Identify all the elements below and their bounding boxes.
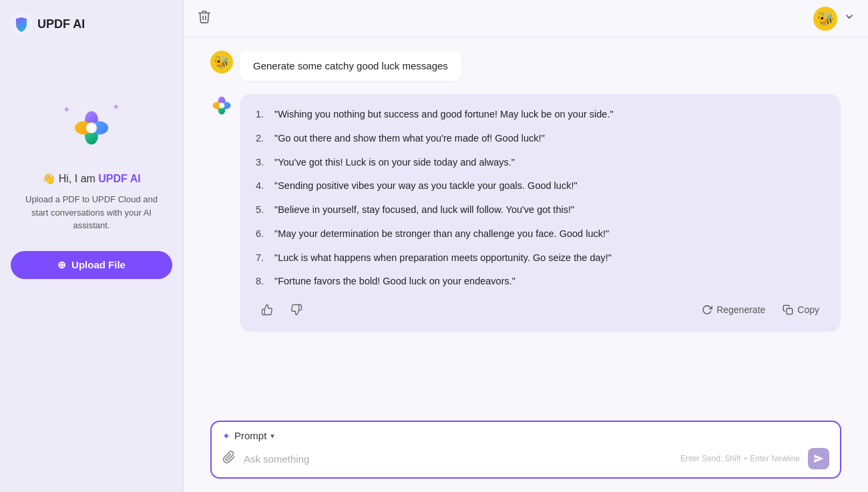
regenerate-button[interactable]: Regenerate bbox=[696, 302, 771, 318]
ai-actions: Regenerate Copy bbox=[256, 301, 825, 318]
flower-icon bbox=[74, 111, 109, 153]
regenerate-label: Regenerate bbox=[716, 304, 765, 315]
sidebar: UPDF AI ✦ ✦ bbox=[0, 0, 184, 492]
topbar-right: 🐝 bbox=[813, 7, 855, 31]
chat-area: 🐝 Generate some catchy good luck message… bbox=[184, 37, 868, 410]
chevron-down-icon[interactable] bbox=[844, 11, 855, 25]
ai-response-list: 1."Wishing you nothing but success and g… bbox=[256, 107, 825, 289]
ai-response-item: 3."You've got this! Luck is on your side… bbox=[256, 156, 825, 170]
delete-chat-button[interactable] bbox=[197, 9, 212, 27]
svg-point-5 bbox=[86, 123, 97, 134]
input-area: ✦ Prompt ▾ Enter Send; Shift + Enter New… bbox=[184, 410, 868, 492]
input-container: ✦ Prompt ▾ Enter Send; Shift + Enter New… bbox=[210, 421, 841, 479]
main-content: 🐝 🐝 Generate some catchy good luck messa… bbox=[184, 0, 868, 492]
user-avatar-bee: 🐝 bbox=[210, 51, 233, 73]
prompt-dropdown-icon[interactable]: ▾ bbox=[270, 431, 274, 441]
input-row: Enter Send; Shift + Enter Newline bbox=[222, 448, 829, 469]
ai-avatar-icon bbox=[210, 94, 233, 117]
prompt-header: ✦ Prompt ▾ bbox=[222, 430, 829, 441]
ai-bubble: 1."Wishing you nothing but success and g… bbox=[240, 94, 841, 332]
send-button[interactable] bbox=[808, 448, 829, 469]
topbar-left bbox=[197, 9, 212, 27]
sidebar-description: Upload a PDF to UPDF Cloud and start con… bbox=[11, 193, 172, 232]
ai-response-item: 8."Fortune favors the bold! Good luck on… bbox=[256, 274, 825, 289]
user-message-text: Generate some catchy good luck messages bbox=[253, 60, 448, 71]
ai-message: 1."Wishing you nothing but success and g… bbox=[210, 94, 841, 332]
sidebar-center: ✦ ✦ bbox=[11, 101, 172, 279]
user-avatar[interactable]: 🐝 bbox=[813, 7, 837, 31]
copy-button[interactable]: Copy bbox=[777, 302, 825, 318]
attach-icon[interactable] bbox=[222, 451, 236, 467]
ai-flower-container: ✦ ✦ bbox=[61, 101, 122, 162]
sparkle-top-left-icon: ✦ bbox=[63, 104, 71, 115]
sparkle-top-right-icon: ✦ bbox=[112, 101, 120, 112]
ai-response-item: 4."Sending positive vibes your way as yo… bbox=[256, 179, 825, 194]
thumbs-down-button[interactable] bbox=[285, 301, 308, 318]
input-hint: Enter Send; Shift + Enter Newline bbox=[680, 454, 800, 463]
greeting-prefix: Hi, I am bbox=[59, 173, 99, 184]
prompt-sparkle-icon: ✦ bbox=[222, 431, 230, 441]
logo-text: UPDF AI bbox=[37, 17, 85, 31]
user-bubble: Generate some catchy good luck messages bbox=[240, 51, 461, 81]
greeting-wave: 👋 bbox=[42, 173, 55, 184]
svg-point-10 bbox=[219, 103, 225, 109]
prompt-label: Prompt bbox=[234, 430, 266, 441]
greeting-text: 👋 Hi, I am UPDF AI bbox=[42, 172, 140, 185]
upload-label: Upload File bbox=[71, 259, 126, 270]
ask-input[interactable] bbox=[244, 453, 672, 465]
copy-label: Copy bbox=[797, 304, 819, 315]
thumbs-up-button[interactable] bbox=[256, 301, 278, 318]
sidebar-logo: UPDF AI bbox=[11, 13, 85, 35]
ai-response-item: 6."May your determination be stronger th… bbox=[256, 227, 825, 242]
ai-response-item: 1."Wishing you nothing but success and g… bbox=[256, 107, 825, 122]
topbar: 🐝 bbox=[184, 0, 868, 37]
updf-logo-icon bbox=[11, 13, 32, 35]
upload-icon: ⊕ bbox=[57, 259, 66, 271]
ai-response-item: 2."Go out there and show them what you'r… bbox=[256, 132, 825, 146]
svg-rect-11 bbox=[787, 308, 793, 314]
ai-response-item: 7."Luck is what happens when preparation… bbox=[256, 251, 825, 266]
upload-file-button[interactable]: ⊕ Upload File bbox=[11, 251, 172, 279]
greeting-brand: UPDF AI bbox=[98, 173, 140, 184]
ai-response-item: 5."Believe in yourself, stay focused, an… bbox=[256, 203, 825, 218]
user-message: 🐝 Generate some catchy good luck message… bbox=[210, 51, 841, 81]
